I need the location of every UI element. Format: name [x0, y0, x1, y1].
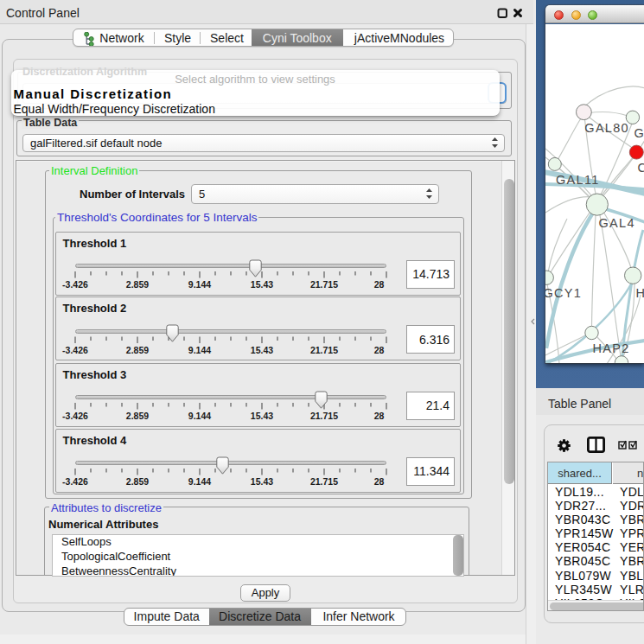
svg-text:CY: CY — [638, 161, 644, 175]
svg-text:HAP2: HAP2 — [593, 341, 630, 355]
svg-text:GCY1: GCY1 — [545, 286, 582, 300]
svg-text:GA: GA — [634, 126, 644, 140]
svg-text:GAL4: GAL4 — [599, 216, 635, 230]
svg-text:GAL80: GAL80 — [584, 121, 629, 135]
svg-text:GAL11: GAL11 — [556, 173, 600, 187]
svg-text:HI: HI — [636, 286, 644, 300]
